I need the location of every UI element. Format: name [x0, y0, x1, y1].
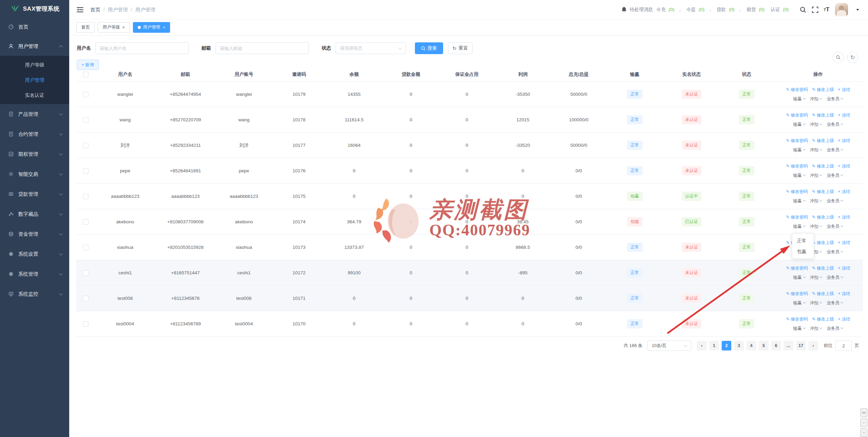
message-count[interactable]: (0): [759, 7, 765, 12]
sidebar-item-products[interactable]: 产品管理: [0, 104, 69, 124]
row-checkbox[interactable]: [83, 143, 88, 148]
message-label[interactable]: 期货: [746, 7, 756, 12]
win-lose-dropdown[interactable]: 输赢: [793, 148, 805, 152]
message-label[interactable]: 认证: [771, 7, 780, 12]
row-checkbox[interactable]: [83, 270, 88, 276]
sidebar-item-contracts[interactable]: 合约管理: [0, 124, 69, 144]
sidebar-item-nft[interactable]: 数字藏品: [0, 204, 69, 224]
salesman-dropdown[interactable]: 业务员: [827, 301, 843, 305]
avatar-dropdown-caret-icon[interactable]: [856, 9, 859, 12]
deduct-dropdown[interactable]: 冲扣: [810, 148, 822, 152]
sidebar-subitem[interactable]: 实名认证: [0, 88, 69, 103]
deduct-dropdown[interactable]: 冲扣: [810, 275, 822, 280]
table-search-button[interactable]: [833, 52, 844, 63]
edit-password-link[interactable]: ✎ 修改密码: [786, 291, 808, 296]
page-button[interactable]: 2: [722, 341, 731, 350]
page-button[interactable]: 6: [771, 341, 781, 350]
bell-icon[interactable]: [621, 7, 627, 13]
email-input[interactable]: [216, 42, 309, 54]
win-lose-dropdown[interactable]: 输赢: [793, 275, 805, 280]
win-lose-dropdown[interactable]: 输赢: [793, 96, 805, 101]
search-button[interactable]: 搜索: [415, 42, 443, 54]
row-checkbox[interactable]: [83, 245, 88, 250]
row-checkbox[interactable]: [83, 321, 88, 327]
page-tab[interactable]: 首页: [76, 22, 95, 33]
breadcrumb-item[interactable]: 用户管理: [108, 7, 128, 13]
edit-parent-link[interactable]: ✎ 修改上级: [812, 317, 834, 322]
page-tab[interactable]: 用户等级 ×: [98, 22, 130, 33]
row-checkbox[interactable]: [83, 219, 88, 225]
tab-close-icon[interactable]: ×: [163, 25, 166, 30]
sidebar-item-funds[interactable]: 资金管理: [0, 224, 69, 244]
freeze-link[interactable]: × 冻结: [838, 189, 850, 194]
page-button[interactable]: ...: [784, 341, 793, 350]
freeze-link[interactable]: × 冻结: [838, 317, 850, 322]
page-tab[interactable]: 用户管理 ×: [133, 22, 170, 33]
edit-password-link[interactable]: ✎ 修改密码: [786, 113, 808, 118]
deduct-dropdown[interactable]: 冲扣: [810, 326, 822, 331]
row-checkbox[interactable]: [83, 92, 88, 97]
sidebar-item-system-settings[interactable]: 系统设置: [0, 244, 69, 264]
dropdown-option[interactable]: 包赢: [792, 246, 814, 257]
edit-parent-link[interactable]: ✎ 修改上级: [812, 113, 834, 118]
search-icon[interactable]: [800, 7, 806, 13]
freeze-link[interactable]: × 冻结: [838, 215, 850, 220]
edge-widget-button[interactable]: ▪: [860, 418, 867, 427]
edit-password-link[interactable]: ✎ 修改密码: [786, 266, 808, 271]
salesman-dropdown[interactable]: 业务员: [827, 250, 843, 254]
message-label[interactable]: 贷款: [717, 7, 726, 12]
win-lose-dropdown[interactable]: 输赢: [793, 301, 805, 305]
freeze-link[interactable]: × 冻结: [838, 164, 850, 169]
row-checkbox[interactable]: [83, 194, 88, 199]
message-count[interactable]: (0): [729, 7, 735, 12]
breadcrumb-item[interactable]: 用户管理: [135, 7, 155, 13]
page-size-select[interactable]: 10条/页: [647, 341, 691, 351]
sidebar-item-user-mgmt[interactable]: 用户管理: [0, 37, 69, 56]
salesman-dropdown[interactable]: 业务员: [827, 199, 843, 203]
deduct-dropdown[interactable]: 冲扣: [810, 122, 822, 127]
edit-parent-link[interactable]: ✎ 修改上级: [812, 291, 834, 296]
sidebar-item-home[interactable]: 首页: [0, 17, 69, 37]
row-checkbox[interactable]: [83, 296, 88, 301]
tab-close-icon[interactable]: ×: [122, 25, 125, 30]
sidebar-subitem[interactable]: 用户等级: [0, 57, 69, 72]
edit-parent-link[interactable]: ✎ 修改上级: [812, 266, 834, 271]
fullscreen-icon[interactable]: [812, 7, 818, 13]
table-refresh-button[interactable]: ↻: [847, 52, 858, 63]
avatar[interactable]: [835, 3, 848, 16]
edit-parent-link[interactable]: ✎ 修改上级: [812, 240, 834, 245]
win-lose-dropdown[interactable]: 输赢: [793, 224, 805, 229]
salesman-dropdown[interactable]: 业务员: [827, 326, 843, 331]
edit-password-link[interactable]: ✎ 修改密码: [786, 138, 808, 143]
reset-button[interactable]: ↻ 重置: [448, 42, 473, 54]
sidebar-item-system-mgmt[interactable]: 系统管理: [0, 264, 69, 284]
freeze-link[interactable]: × 冻结: [838, 87, 850, 92]
page-button[interactable]: 1: [709, 341, 719, 350]
sidebar-subitem[interactable]: 用户管理: [0, 72, 69, 88]
deduct-dropdown[interactable]: 冲扣: [810, 301, 822, 305]
freeze-link[interactable]: × 冻结: [838, 138, 850, 143]
win-lose-dropdown[interactable]: 输赢: [793, 326, 805, 331]
edit-password-link[interactable]: ✎ 修改密码: [786, 164, 808, 169]
freeze-link[interactable]: × 冻结: [838, 266, 850, 271]
freeze-link[interactable]: × 冻结: [838, 240, 850, 245]
salesman-dropdown[interactable]: 业务员: [827, 224, 843, 229]
edit-parent-link[interactable]: ✎ 修改上级: [812, 189, 834, 194]
salesman-dropdown[interactable]: 业务员: [827, 122, 843, 127]
win-lose-dropdown[interactable]: 输赢: [793, 173, 805, 178]
message-count[interactable]: (0): [669, 7, 674, 12]
sidebar-item-options[interactable]: 期权管理: [0, 144, 69, 164]
message-label[interactable]: 今充: [656, 7, 666, 12]
edit-password-link[interactable]: ✎ 修改密码: [786, 189, 808, 194]
page-button[interactable]: 17: [796, 341, 806, 350]
salesman-dropdown[interactable]: 业务员: [827, 275, 843, 280]
message-count[interactable]: (0): [699, 7, 704, 12]
win-lose-dropdown[interactable]: 输赢: [793, 199, 805, 203]
salesman-dropdown[interactable]: 业务员: [827, 173, 843, 178]
edit-password-link[interactable]: ✎ 修改密码: [786, 87, 808, 92]
deduct-dropdown[interactable]: 冲扣: [810, 224, 822, 229]
row-checkbox[interactable]: [83, 168, 88, 174]
salesman-dropdown[interactable]: 业务员: [827, 148, 843, 152]
message-count[interactable]: (0): [783, 7, 789, 12]
edit-parent-link[interactable]: ✎ 修改上级: [812, 87, 834, 92]
